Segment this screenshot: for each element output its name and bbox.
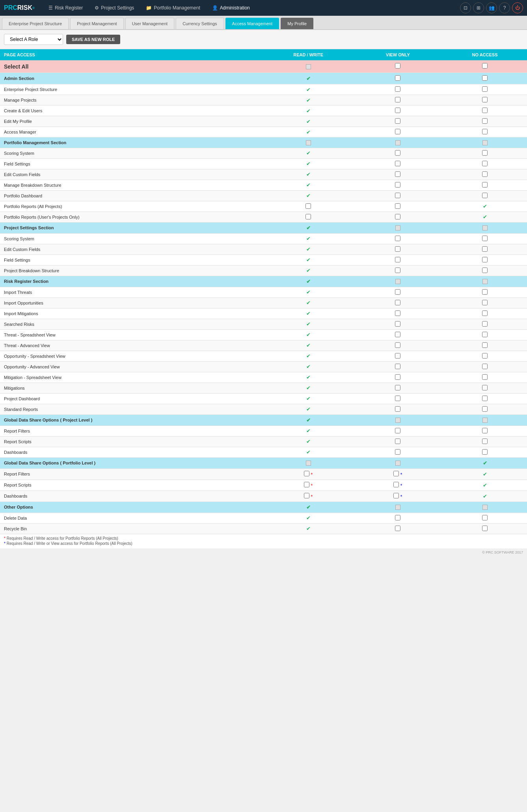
row-rw[interactable]: ✔ [264,372,353,383]
access-checkbox[interactable] [482,342,488,348]
row-na[interactable]: ✔ [443,491,527,502]
section-na[interactable] [443,222,527,233]
row-na[interactable]: ✔ [443,479,527,491]
row-rw[interactable]: ✔ [264,116,353,127]
row-vo[interactable] [353,383,443,393]
row-rw[interactable]: ✔ [264,329,353,340]
access-checkbox[interactable] [395,150,400,156]
row-vo[interactable] [353,127,443,138]
section-rw[interactable] [264,138,353,148]
row-rw[interactable]: ✔ [264,361,353,372]
row-vo[interactable] [353,308,443,319]
access-checkbox[interactable] [395,515,400,520]
section-vo[interactable] [353,73,443,84]
access-checkbox[interactable] [395,449,400,455]
section-vo[interactable] [353,414,443,426]
row-vo[interactable] [353,297,443,308]
row-rw[interactable]: ✔ [264,127,353,138]
row-na[interactable] [443,127,527,138]
row-vo[interactable] [353,158,443,169]
access-checkbox[interactable] [482,289,488,295]
users-icon-btn[interactable]: 👥 [486,2,497,13]
access-checkbox[interactable] [482,353,488,359]
row-rw[interactable]: ✔ [264,169,353,180]
section-rw[interactable]: ✔ [264,276,353,287]
row-vo[interactable] [353,372,443,383]
access-checkbox[interactable] [395,406,400,412]
access-checkbox[interactable] [395,342,400,348]
access-checkbox[interactable] [395,97,400,102]
section-na[interactable]: ✔ [443,457,527,468]
row-na[interactable] [443,361,527,372]
row-rw[interactable]: ✔ [264,190,353,201]
row-vo[interactable] [353,95,443,106]
row-rw[interactable]: * [264,479,353,491]
access-checkbox[interactable] [482,118,488,124]
row-rw[interactable]: ✔ [264,106,353,116]
row-vo[interactable] [353,287,443,297]
row-na[interactable] [443,404,527,414]
section-rw[interactable]: ✔ [264,502,353,513]
nav-portfolio-management[interactable]: 📁 Portfolio Management [140,0,206,16]
row-na[interactable] [443,447,527,457]
row-rw[interactable]: ✔ [264,95,353,106]
tab-currency-settings[interactable]: Currency Settings [176,18,223,29]
tab-enterprise-project-structure[interactable]: Enterprise Project Structure [2,18,69,29]
access-checkbox[interactable] [482,182,488,188]
row-rw[interactable]: ✔ [264,255,353,265]
row-rw[interactable]: ✔ [264,436,353,447]
access-checkbox[interactable] [395,332,400,337]
power-icon-btn[interactable]: ⏻ [512,2,523,13]
row-na[interactable] [443,255,527,265]
access-checkbox[interactable] [395,526,400,531]
access-checkbox[interactable] [393,482,399,487]
select-all-na[interactable] [443,60,527,73]
row-vo[interactable] [353,169,443,180]
access-checkbox[interactable] [304,482,309,487]
access-checkbox[interactable] [395,353,400,359]
row-vo[interactable] [353,447,443,457]
role-dropdown[interactable]: Select A Role [4,34,63,45]
row-vo[interactable] [353,436,443,447]
row-na[interactable]: ✔ [443,468,527,479]
row-rw[interactable]: ✔ [264,393,353,404]
row-vo[interactable] [353,255,443,265]
access-checkbox[interactable] [395,236,400,241]
row-na[interactable] [443,180,527,190]
access-checkbox[interactable] [305,203,311,209]
row-vo[interactable] [353,351,443,361]
access-checkbox[interactable] [482,193,488,198]
access-checkbox[interactable] [395,257,400,262]
row-vo[interactable] [353,84,443,95]
access-checkbox[interactable] [482,236,488,241]
access-checkbox[interactable] [482,310,488,316]
row-na[interactable] [443,393,527,404]
row-vo[interactable]: * [353,491,443,502]
section-na[interactable] [443,138,527,148]
section-rw[interactable]: ✔ [264,73,353,84]
row-vo[interactable] [353,106,443,116]
access-checkbox[interactable] [482,374,488,380]
row-na[interactable] [443,436,527,447]
access-checkbox[interactable] [395,310,400,316]
access-checkbox[interactable] [482,321,488,327]
access-checkbox[interactable] [395,171,400,177]
row-na[interactable] [443,297,527,308]
access-checkbox[interactable] [482,108,488,113]
row-vo[interactable] [353,244,443,255]
section-vo[interactable] [353,276,443,287]
row-na[interactable] [443,329,527,340]
nav-administration[interactable]: 👤 Administration [206,0,256,16]
row-rw[interactable]: ✔ [264,340,353,351]
access-checkbox[interactable] [395,161,400,166]
row-na[interactable] [443,426,527,436]
row-rw[interactable]: ✔ [264,351,353,361]
row-na[interactable] [443,233,527,244]
row-rw[interactable]: ✔ [264,244,353,255]
row-na[interactable] [443,169,527,180]
access-checkbox[interactable] [482,150,488,156]
section-na[interactable] [443,73,527,84]
access-checkbox[interactable] [393,493,399,498]
row-na[interactable] [443,84,527,95]
row-rw[interactable]: ✔ [264,297,353,308]
